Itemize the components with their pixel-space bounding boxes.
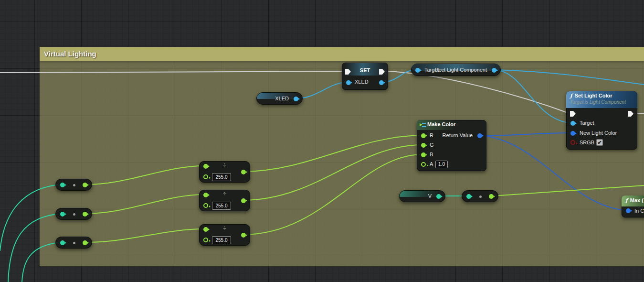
make-color-header: Make Color bbox=[417, 120, 486, 130]
divide-node-3[interactable]: ÷ 255.0 bbox=[199, 224, 250, 246]
wire-conv2-to-div2[interactable] bbox=[85, 195, 204, 214]
conversion-dot-icon bbox=[479, 195, 482, 198]
conversion-dot-icon bbox=[73, 213, 75, 216]
exec-out-pin[interactable] bbox=[628, 111, 633, 117]
wire-exec-incoming-to-set[interactable] bbox=[0, 71, 345, 73]
r-label: R bbox=[430, 132, 433, 138]
divide-node-2[interactable]: ÷ 255.0 bbox=[199, 190, 250, 211]
xled-variable-output-pin[interactable] bbox=[294, 97, 298, 101]
set-light-color-node[interactable]: ƒSet Light Color Target is Light Compone… bbox=[566, 91, 637, 150]
wire-bottomleft-2[interactable] bbox=[8, 214, 61, 282]
float-output-pin[interactable] bbox=[83, 212, 87, 217]
xled-input-pin[interactable] bbox=[346, 80, 351, 85]
srgb-checkbox-checked-icon[interactable]: ✔ bbox=[596, 139, 603, 146]
exec-in-pin[interactable] bbox=[570, 111, 576, 117]
xled-variable-label: XLED bbox=[275, 96, 289, 101]
v-variable-node[interactable]: V bbox=[399, 190, 445, 202]
result-output-pin[interactable] bbox=[241, 170, 246, 174]
byte-input-pin[interactable] bbox=[466, 194, 471, 199]
divisor-value-input[interactable]: 255.0 bbox=[212, 173, 231, 181]
return-value-output-pin[interactable] bbox=[477, 133, 482, 138]
wire-conv3-to-div3[interactable] bbox=[85, 229, 204, 242]
byte-to-float-conversion-node-1[interactable] bbox=[55, 179, 92, 191]
byte-input-pin[interactable] bbox=[60, 240, 65, 245]
target-label: Target bbox=[580, 120, 594, 126]
divisor-value-input[interactable]: 255.0 bbox=[212, 236, 231, 244]
wire-rectlight-to-slc-target[interactable] bbox=[495, 70, 569, 123]
in-color-label: In Co bbox=[634, 208, 644, 214]
new-light-color-label: New Light Color bbox=[580, 130, 617, 136]
function-icon: ƒ bbox=[625, 197, 628, 204]
wire-conv4-to-right[interactable] bbox=[492, 185, 644, 196]
float-output-pin[interactable] bbox=[83, 240, 87, 245]
xled-variable-node[interactable]: XLED bbox=[256, 92, 303, 105]
target-input-pin[interactable] bbox=[415, 68, 420, 73]
result-output-pin[interactable] bbox=[241, 198, 246, 203]
a-value-input[interactable]: 1.0 bbox=[435, 161, 448, 168]
byte-to-float-conversion-node-4[interactable] bbox=[462, 190, 498, 202]
max-node-header: ƒMax ( bbox=[622, 195, 644, 206]
divisor-input-pin[interactable] bbox=[203, 238, 208, 242]
blueprint-graph-canvas[interactable]: Virtual Lighting SET XLED bbox=[0, 0, 644, 282]
conversion-dot-icon bbox=[73, 184, 75, 186]
rect-light-component-label: Rect Light Component bbox=[435, 67, 487, 73]
r-input-pin[interactable] bbox=[421, 133, 426, 138]
result-output-pin[interactable] bbox=[241, 233, 246, 238]
b-label: B bbox=[430, 152, 433, 157]
set-light-color-title: Set Light Color bbox=[575, 93, 612, 98]
divisor-input-pin[interactable] bbox=[203, 174, 208, 179]
byte-to-float-conversion-node-3[interactable] bbox=[55, 237, 92, 249]
wire-div3-to-b[interactable] bbox=[244, 154, 421, 235]
wire-bottomleft-3[interactable] bbox=[22, 242, 61, 282]
make-color-title: Make Color bbox=[427, 121, 455, 127]
divide-node-1[interactable]: ÷ 255.0 bbox=[199, 161, 250, 183]
a-input-pin[interactable] bbox=[421, 162, 426, 167]
wire-bottomleft-1[interactable] bbox=[0, 184, 61, 251]
float-output-pin[interactable] bbox=[489, 194, 494, 199]
set-xled-node[interactable]: SET XLED bbox=[342, 63, 388, 90]
wire-makecolor-to-newlightcolor[interactable] bbox=[480, 133, 569, 135]
wire-div1-to-r[interactable] bbox=[244, 135, 421, 172]
divisor-input-pin[interactable] bbox=[203, 203, 208, 208]
new-light-color-input-pin[interactable] bbox=[570, 131, 575, 136]
b-input-pin[interactable] bbox=[421, 152, 426, 157]
a-label: A bbox=[430, 161, 433, 167]
divide-icon: ÷ bbox=[200, 191, 250, 197]
wire-layer bbox=[0, 0, 644, 282]
max-node-title: Max ( bbox=[630, 197, 644, 203]
float-output-pin[interactable] bbox=[83, 183, 87, 187]
make-color-node[interactable]: Make Color R Return Value G B A 1.0 bbox=[417, 120, 486, 171]
in-color-input-pin[interactable] bbox=[626, 208, 631, 213]
g-input-pin[interactable] bbox=[421, 143, 426, 148]
byte-input-pin[interactable] bbox=[60, 212, 65, 217]
make-struct-icon bbox=[420, 122, 426, 128]
wire-conv1-to-div1[interactable] bbox=[85, 166, 204, 184]
xled-input-label: XLED bbox=[355, 79, 369, 85]
rect-light-output-pin[interactable] bbox=[492, 68, 496, 73]
g-label: G bbox=[430, 142, 434, 148]
xled-output-pin[interactable] bbox=[379, 80, 384, 85]
wire-rectlight-to-right[interactable] bbox=[495, 70, 644, 85]
byte-to-float-conversion-node-2[interactable] bbox=[55, 208, 92, 220]
divide-icon: ÷ bbox=[200, 163, 250, 168]
v-output-pin[interactable] bbox=[436, 194, 441, 199]
wire-exec-set-to-setlightcolor[interactable] bbox=[386, 71, 569, 113]
divisor-value-input[interactable]: 255.0 bbox=[212, 202, 231, 210]
conversion-dot-icon bbox=[73, 242, 75, 244]
v-variable-label: V bbox=[428, 193, 432, 199]
rect-light-component-node[interactable]: Target Rect Light Component bbox=[411, 64, 501, 76]
divide-icon: ÷ bbox=[200, 226, 250, 231]
srgb-input-pin[interactable] bbox=[570, 140, 575, 145]
function-icon: ƒ bbox=[570, 93, 572, 99]
srgb-label: SRGB bbox=[580, 140, 594, 145]
wire-xled-to-set[interactable] bbox=[297, 82, 348, 98]
set-light-color-header: ƒSet Light Color Target is Light Compone… bbox=[566, 91, 637, 108]
max-function-node[interactable]: ƒMax ( In Co bbox=[622, 195, 644, 217]
wire-div2-to-g[interactable] bbox=[244, 145, 421, 200]
return-value-label: Return Value bbox=[443, 132, 473, 138]
byte-input-pin[interactable] bbox=[60, 183, 65, 187]
set-light-color-subtitle: Target is Light Component bbox=[570, 99, 637, 105]
target-input-pin[interactable] bbox=[570, 121, 575, 126]
